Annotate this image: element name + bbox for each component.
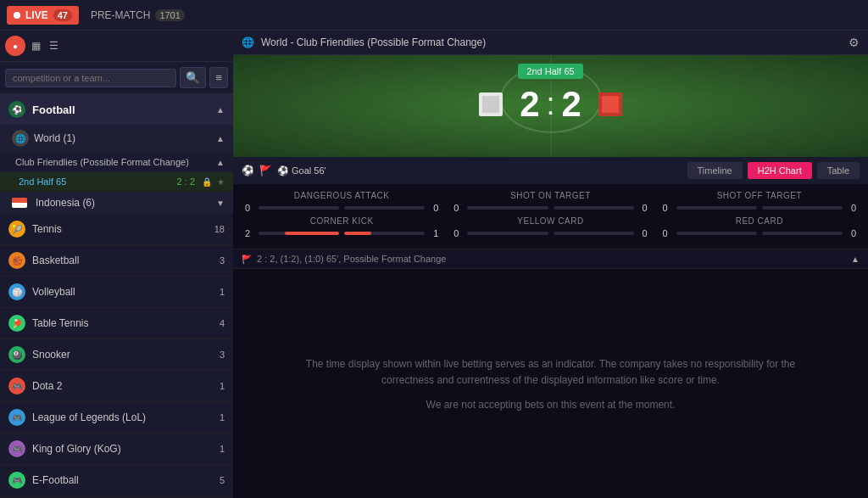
lock-icon: 🔒 xyxy=(202,177,212,187)
sport-name: Snooker xyxy=(32,349,213,361)
world-arrow: ▲ xyxy=(216,134,225,143)
sport-name: Tennis xyxy=(32,223,208,235)
sport-icon: 🎮 xyxy=(8,378,25,394)
sport-icon: 🎱 xyxy=(8,346,25,363)
stat-left-val: 2 xyxy=(242,228,253,238)
tabs-row: ⚽ 🚩 ⚽ Goal 56' Timeline H2H Chart Table xyxy=(233,157,868,184)
filter-button[interactable]: ≡ xyxy=(209,67,228,88)
flag-icon: 🚩 xyxy=(259,165,272,176)
stat-right-val: 0 xyxy=(848,228,860,238)
search-input[interactable] xyxy=(5,69,176,87)
indonesia-label: Indonesia (6) xyxy=(36,197,211,209)
sidebar-item-dota-2[interactable]: 🎮 Dota 2 1 xyxy=(0,371,233,402)
match-info-text: 2 : 2, (1:2), (1:0) 65', Possible Format… xyxy=(257,254,846,264)
score-area: 2nd Half 65 2 : 2 xyxy=(233,55,868,157)
stat-right-val: 0 xyxy=(639,228,651,238)
stat-label: DANGEROUS ATTACK xyxy=(294,191,390,200)
sport-icon: 🏐 xyxy=(8,283,25,300)
stat-label: SHOT OFF TARGET xyxy=(717,191,802,200)
tab-timeline[interactable]: Timeline xyxy=(687,162,743,179)
world-icon: 🌐 xyxy=(12,130,29,147)
sport-count: 18 xyxy=(214,224,225,234)
world-region-header[interactable]: 🌐 World (1) ▲ xyxy=(0,125,233,152)
away-score: 2 xyxy=(562,84,581,125)
search-button[interactable]: 🔍 xyxy=(180,67,206,88)
stat-right-val: 1 xyxy=(430,228,442,238)
stat-label: CORNER KICK xyxy=(310,216,374,226)
sport-count: 1 xyxy=(220,287,225,297)
sport-count: 3 xyxy=(220,350,225,360)
disclaimer-area: The time display shown within live betti… xyxy=(233,269,868,498)
sport-name: Dota 2 xyxy=(32,380,213,392)
sidebar-item-league-of-legends-(lol)[interactable]: 🎮 League of Legends (LoL) 1 xyxy=(0,402,233,434)
score-colon: : xyxy=(546,87,554,122)
sport-icon: 🎮 xyxy=(8,409,25,426)
sidebar-item-volleyball[interactable]: 🏐 Volleyball 1 xyxy=(0,277,233,308)
indonesia-region-header[interactable]: Indonesia (6) ▼ xyxy=(0,192,233,214)
stat-left-val: 0 xyxy=(242,203,253,213)
stat-left-val: 0 xyxy=(659,228,671,238)
prematch-label: PRE-MATCH xyxy=(91,9,150,21)
stat-yellow-card: YELLOW CARD 0 0 xyxy=(450,216,650,238)
league-header[interactable]: Club Friendlies (Possible Format Change)… xyxy=(0,152,233,172)
match-list-item[interactable]: 2nd Half 65 2 : 2 🔒 ★ xyxy=(0,172,233,192)
sport-name: King of Glory (KoG) xyxy=(32,443,213,455)
tab-h2h-chart[interactable]: H2H Chart xyxy=(748,162,812,179)
sidebar-item-snooker[interactable]: 🎱 Snooker 3 xyxy=(0,339,233,371)
sport-name: Basketball xyxy=(32,255,213,266)
sport-name: Volleyball xyxy=(32,286,213,298)
disclaimer-text: The time display shown within live betti… xyxy=(297,356,805,389)
sport-name: League of Legends (LoL) xyxy=(32,411,213,423)
stat-red-card: RED CARD 0 0 xyxy=(659,216,860,238)
sport-count: 1 xyxy=(220,381,225,391)
match-header: 🌐 World - Club Friendlies (Possible Form… xyxy=(233,31,868,55)
prematch-button[interactable]: PRE-MATCH 1701 xyxy=(84,6,192,25)
stat-left-val: 0 xyxy=(659,203,671,213)
sport-name: Table Tennis xyxy=(32,317,213,329)
goal-text: ⚽ Goal 56' xyxy=(277,165,326,176)
settings-icon[interactable]: ⚙ xyxy=(849,36,860,49)
sport-icon: 🏓 xyxy=(8,315,25,332)
sidebar-item-basketball[interactable]: 🏀 Basketball 3 xyxy=(0,245,233,277)
stat-right-val: 0 xyxy=(430,203,442,213)
grid-icon[interactable]: ▦ xyxy=(29,37,43,54)
tab-table[interactable]: Table xyxy=(817,162,860,179)
goal-icon: ⚽ xyxy=(242,165,254,176)
sport-icon: 🎮 xyxy=(8,440,25,457)
sidebar-item-e-football[interactable]: 🎮 E-Football 5 xyxy=(0,465,233,496)
sidebar-item-king-of-glory-(kog)[interactable]: 🎮 King of Glory (KoG) 1 xyxy=(0,434,233,465)
football-label: Football xyxy=(32,104,209,116)
live-button[interactable]: LIVE 47 xyxy=(7,6,79,25)
home-score: 2 xyxy=(520,84,539,125)
prematch-count: 1701 xyxy=(155,9,184,21)
match-title: World - Club Friendlies (Possible Format… xyxy=(261,36,842,48)
stat-right-val: 0 xyxy=(639,203,651,213)
collapse-arrow-icon[interactable]: ▲ xyxy=(851,255,860,264)
stat-right-val: 0 xyxy=(848,203,860,213)
football-icon: ⚽ xyxy=(8,101,25,118)
stat-label: SHOT ON TARGET xyxy=(510,191,591,200)
no-bets-text: We are not accepting bets on this event … xyxy=(426,399,676,411)
stat-right-bar xyxy=(344,232,370,235)
list-icon[interactable]: ☰ xyxy=(47,37,61,54)
score-display: 2 : 2 xyxy=(520,84,581,125)
period-badge: 2nd Half 65 xyxy=(518,64,582,79)
stat-left-bar xyxy=(285,232,339,235)
star-icon: ★ xyxy=(217,177,225,187)
stat-label: RED CARD xyxy=(736,216,783,226)
league-arrow: ▲ xyxy=(216,158,225,167)
league-label: Club Friendlies (Possible Format Change) xyxy=(15,157,211,167)
sidebar-item-table-tennis[interactable]: 🏓 Table Tennis 4 xyxy=(0,308,233,339)
match-info-bar: 🚩 2 : 2, (1:2), (1:0) 65', Possible Form… xyxy=(233,249,868,269)
football-header[interactable]: ⚽ Football ▲ xyxy=(0,94,233,125)
stat-left-val: 0 xyxy=(450,228,462,238)
home-team-icon xyxy=(479,92,503,116)
stat-shot-on-target: SHOT ON TARGET 0 0 xyxy=(450,191,650,213)
live-label: LIVE xyxy=(25,9,48,21)
football-arrow: ▲ xyxy=(216,105,225,115)
stat-left-val: 0 xyxy=(450,203,462,213)
stat-shot-off-target: SHOT OFF TARGET 0 0 xyxy=(659,191,860,213)
sidebar-item-tennis[interactable]: 🎾 Tennis 18 xyxy=(0,214,233,245)
live-count: 47 xyxy=(53,9,72,21)
indonesia-arrow: ▼ xyxy=(216,199,225,208)
